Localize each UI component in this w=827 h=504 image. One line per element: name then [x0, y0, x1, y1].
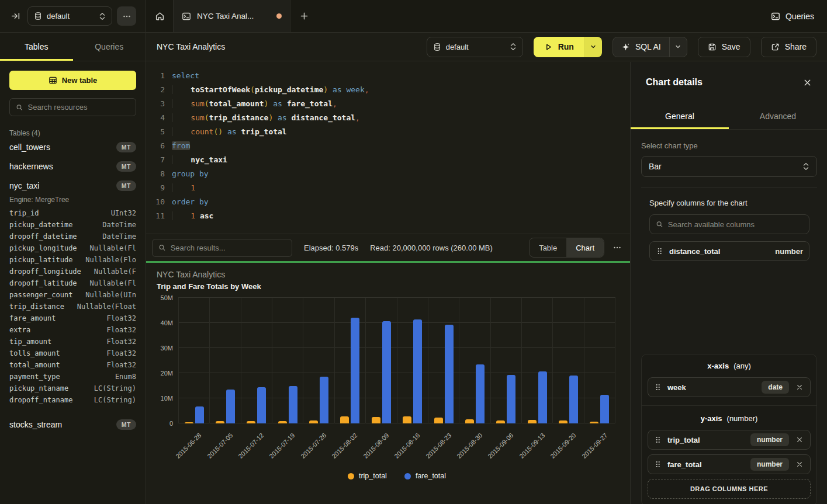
plus-icon	[300, 12, 309, 20]
chart-type-select[interactable]: Bar	[641, 156, 817, 177]
column-name: dropoff_longitude	[9, 267, 81, 279]
search-results-input[interactable]	[171, 244, 286, 252]
search-columns-input[interactable]	[668, 220, 803, 229]
column-row-dropoff_ntaname[interactable]: dropoff_ntanameLC(String)	[9, 396, 136, 408]
search-resources-input[interactable]	[28, 103, 130, 112]
column-name: pickup_datetime	[9, 221, 72, 232]
save-button[interactable]: Save	[698, 37, 750, 57]
column-type: Nullable(Fl	[90, 244, 136, 256]
y-axis-section: y-axis(number) trip_totalnumberfare_tota…	[642, 405, 816, 499]
table-icon	[49, 76, 57, 85]
new-tab-button[interactable]	[290, 0, 317, 32]
column-type: DateTime	[102, 232, 136, 244]
sql-ai-options-button[interactable]	[669, 37, 687, 57]
query-title: NYC Taxi Analytics	[157, 42, 421, 51]
column-chip-distance_total[interactable]: distance_totalnumber	[649, 241, 809, 261]
column-type: UInt32	[111, 209, 136, 221]
table-name: hackernews	[9, 162, 53, 171]
play-icon	[544, 43, 553, 51]
column-row-trip_distance[interactable]: trip_distanceNullable(Float	[9, 303, 136, 314]
tab-general[interactable]: General	[631, 103, 729, 129]
table-row-nyc_taxi[interactable]: nyc_taxiMT	[9, 176, 136, 195]
sidebar-tab-queries[interactable]: Queries	[73, 33, 146, 61]
legend-item-trip_total[interactable]: trip_total	[348, 472, 387, 480]
column-type: Nullable(F	[94, 267, 136, 279]
remove-icon	[796, 461, 803, 468]
line-number: 9	[151, 183, 165, 192]
code-line: 2 toStartOfWeek(pickup_datetime) as week…	[146, 82, 630, 96]
bar-fare_total	[351, 318, 359, 423]
close-panel-button[interactable]	[801, 76, 814, 89]
chip-column-type: number	[750, 433, 789, 446]
run-button[interactable]: Run	[534, 37, 584, 57]
x-axis-tick-label: 2015-09-13	[518, 432, 546, 460]
query-database-selector[interactable]: default	[427, 37, 523, 57]
run-options-button[interactable]	[584, 37, 602, 57]
column-type: Float32	[106, 349, 136, 361]
drag-handle-icon	[654, 460, 662, 468]
sql-ai-button[interactable]: SQL AI	[613, 42, 669, 51]
x-axis-tick-label: 2015-09-06	[487, 432, 515, 460]
legend-item-fare_total[interactable]: fare_total	[404, 472, 446, 480]
column-row-pickup_latitude[interactable]: pickup_latitudeNullable(Flo	[9, 256, 136, 267]
bar-group-2015-08-02	[334, 298, 365, 423]
remove-column-button[interactable]	[795, 460, 804, 469]
column-name: pickup_latitude	[9, 256, 72, 267]
code-content: nyc_taxi	[172, 155, 227, 164]
query-tab[interactable]: NYC Taxi Anal...	[174, 0, 290, 32]
code-content: 1 asc	[172, 211, 213, 220]
column-row-passenger_count[interactable]: passenger_countNullable(UIn	[9, 291, 136, 303]
column-row-tolls_amount[interactable]: tolls_amountFloat32	[9, 349, 136, 361]
code-content: toStartOfWeek(pickup_datetime) as week,	[172, 85, 369, 94]
legend-swatch	[348, 473, 354, 479]
bar-fare_total	[195, 406, 204, 423]
column-row-pickup_ntaname[interactable]: pickup_ntanameLC(String)	[9, 384, 136, 396]
tab-advanced[interactable]: Advanced	[729, 103, 827, 129]
table-row-cell_towers[interactable]: cell_towersMT	[9, 137, 136, 157]
chevron-down-icon	[674, 43, 681, 50]
drag-columns-dropzone[interactable]: DRAG COLUMNS HERE	[648, 479, 811, 499]
sidebar-tab-tables[interactable]: Tables	[0, 33, 73, 61]
column-row-fare_amount[interactable]: fare_amountFloat32	[9, 314, 136, 326]
column-chip-trip_total[interactable]: trip_totalnumber	[648, 430, 811, 450]
column-row-dropoff_latitude[interactable]: dropoff_latitudeNullable(Fl	[9, 279, 136, 291]
column-row-dropoff_longitude[interactable]: dropoff_longitudeNullable(F	[9, 267, 136, 279]
new-table-button[interactable]: New table	[9, 71, 136, 90]
code-line: 11 1 asc	[146, 208, 630, 223]
table-row-hackernews[interactable]: hackernewsMT	[9, 157, 136, 176]
tab-strip-spacer	[317, 0, 758, 32]
view-toggle-chart[interactable]: Chart	[566, 238, 604, 257]
rows-read-stat: Read: 20,000,000 rows (260.00 MB)	[370, 244, 493, 252]
remove-column-button[interactable]	[795, 383, 804, 392]
view-toggle-table[interactable]: Table	[530, 238, 566, 257]
bar-fare_total	[569, 376, 578, 423]
column-row-pickup_datetime[interactable]: pickup_datetimeDateTime	[9, 221, 136, 232]
sidebar-database-selector[interactable]: default	[27, 6, 112, 26]
home-button[interactable]	[146, 0, 174, 32]
column-chip-week[interactable]: weekdate	[648, 377, 811, 397]
column-row-total_amount[interactable]: total_amountFloat32	[9, 361, 136, 373]
code-line: 5 count() as trip_total	[146, 124, 630, 138]
column-row-pickup_longitude[interactable]: pickup_longitudeNullable(Fl	[9, 244, 136, 256]
column-row-tip_amount[interactable]: tip_amountFloat32	[9, 338, 136, 349]
x-axis-tick-label: 2015-08-09	[362, 432, 390, 460]
column-chip-fare_total[interactable]: fare_totalnumber	[648, 454, 811, 474]
results-more-button[interactable]	[613, 243, 622, 252]
share-button[interactable]: Share	[761, 37, 816, 57]
code-content: count() as trip_total	[172, 127, 287, 136]
save-label: Save	[722, 42, 741, 51]
table-row-stocks_stream[interactable]: stocks_streamMT	[9, 415, 136, 434]
x-axis-tick-label: 2015-08-02	[330, 432, 358, 460]
queries-button[interactable]: Queries	[758, 0, 827, 32]
column-row-dropoff_datetime[interactable]: dropoff_datetimeDateTime	[9, 232, 136, 244]
sidebar-more-button[interactable]	[117, 6, 136, 26]
sql-editor[interactable]: 1select2 toStartOfWeek(pickup_datetime) …	[146, 62, 630, 234]
column-name: payment_type	[9, 373, 60, 384]
column-row-extra[interactable]: extraFloat32	[9, 326, 136, 338]
remove-column-button[interactable]	[795, 435, 804, 444]
column-row-payment_type[interactable]: payment_typeEnum8	[9, 373, 136, 384]
collapse-sidebar-button[interactable]	[8, 9, 23, 23]
chart-details-tabs: General Advanced	[631, 103, 827, 130]
code-content: order by	[172, 197, 209, 206]
column-row-trip_id[interactable]: trip_idUInt32	[9, 209, 136, 221]
